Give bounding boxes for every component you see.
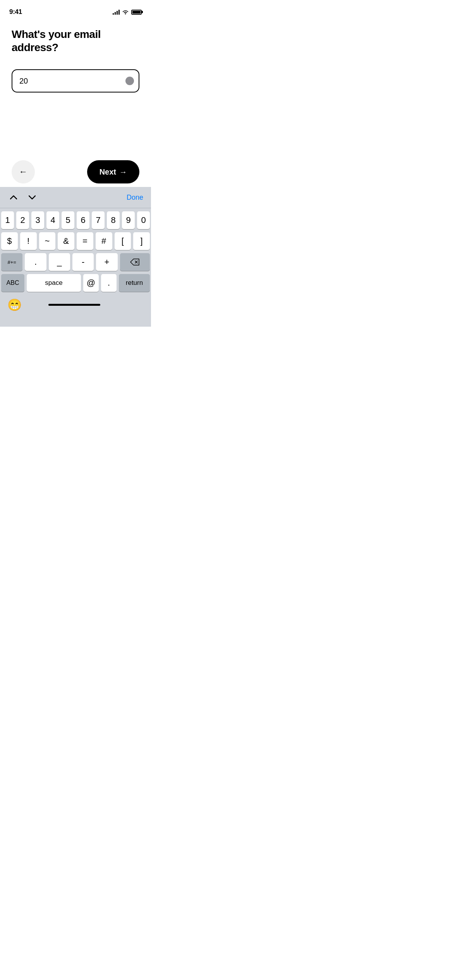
key-9[interactable]: 9 (122, 211, 135, 229)
clear-input-button[interactable] (125, 77, 134, 85)
chevron-up-icon (10, 195, 17, 200)
back-button[interactable]: ← (12, 160, 35, 183)
keyboard-bottom: 😁 (1, 295, 150, 314)
toolbar-nav (8, 192, 38, 204)
key-bracket-open[interactable]: [ (115, 232, 131, 250)
status-time: 9:41 (9, 8, 22, 16)
key-return[interactable]: return (119, 274, 150, 292)
key-hash[interactable]: # (96, 232, 112, 250)
key-exclaim[interactable]: ! (20, 232, 37, 250)
key-0[interactable]: 0 (137, 211, 150, 229)
next-arrow-icon: → (119, 168, 127, 176)
svg-point-0 (125, 14, 126, 15)
key-period[interactable]: . (25, 253, 46, 271)
keyboard-number-row: 1 2 3 4 5 6 7 8 9 0 (1, 211, 150, 229)
home-indicator (48, 304, 100, 306)
key-8[interactable]: 8 (107, 211, 120, 229)
key-minus[interactable]: - (72, 253, 94, 271)
key-dot[interactable]: . (101, 274, 117, 292)
status-bar: 9:41 (0, 0, 151, 19)
done-button[interactable]: Done (127, 194, 143, 202)
emoji-button[interactable]: 😁 (7, 298, 22, 312)
key-abc[interactable]: ABC (1, 274, 24, 292)
backspace-icon (130, 258, 140, 266)
key-7[interactable]: 7 (92, 211, 105, 229)
toolbar-prev-button[interactable] (8, 192, 19, 204)
chevron-down-icon (29, 195, 36, 200)
next-button[interactable]: Next → (87, 160, 139, 183)
key-dollar[interactable]: $ (1, 232, 18, 250)
key-3[interactable]: 3 (31, 211, 44, 229)
toolbar-next-button[interactable] (26, 192, 38, 204)
keyboard: 1 2 3 4 5 6 7 8 9 0 $ ! ~ & = # [ ] #+= … (0, 208, 151, 327)
key-more-symbols[interactable]: #+= (1, 253, 22, 271)
key-tilde[interactable]: ~ (39, 232, 56, 250)
key-plus[interactable]: + (96, 253, 117, 271)
key-ampersand[interactable]: & (58, 232, 74, 250)
signal-icon (113, 9, 120, 15)
back-arrow-icon: ← (19, 167, 27, 177)
key-4[interactable]: 4 (46, 211, 59, 229)
keyboard-symbol-row-2: #+= . _ - + (1, 253, 150, 271)
email-input[interactable] (12, 69, 139, 93)
next-label: Next (100, 168, 116, 176)
key-2[interactable]: 2 (16, 211, 29, 229)
backspace-button[interactable] (120, 253, 150, 271)
email-input-container (12, 69, 139, 93)
battery-icon (131, 10, 142, 15)
key-bracket-close[interactable]: ] (133, 232, 150, 250)
wifi-icon (122, 9, 129, 15)
key-5[interactable]: 5 (62, 211, 74, 229)
page-title: What's your email address? (12, 28, 139, 54)
key-underscore[interactable]: _ (49, 253, 70, 271)
key-at[interactable]: @ (83, 274, 99, 292)
keyboard-toolbar: Done (0, 187, 151, 208)
main-content: What's your email address? (0, 19, 151, 93)
keyboard-bottom-row: ABC space @ . return (1, 274, 150, 292)
key-1[interactable]: 1 (1, 211, 14, 229)
status-icons (113, 9, 142, 15)
nav-buttons: ← Next → (0, 160, 151, 183)
key-equals[interactable]: = (77, 232, 93, 250)
keyboard-symbol-row-1: $ ! ~ & = # [ ] (1, 232, 150, 250)
key-space[interactable]: space (27, 274, 81, 292)
key-6[interactable]: 6 (77, 211, 89, 229)
